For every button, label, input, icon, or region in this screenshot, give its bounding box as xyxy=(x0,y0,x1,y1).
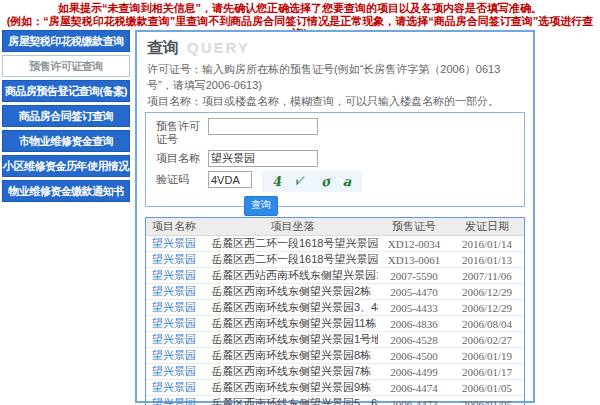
project-link[interactable]: 望兴景园 xyxy=(152,317,196,329)
sidebar-item-2[interactable]: 商品房预告登记查询(备案) xyxy=(2,80,130,102)
help-text: 许可证号：输入购房所在栋的预售证号(例如“长房售许字第（2006）0613号”，… xyxy=(147,61,525,109)
cell-presale-cert-no: XD13-0061 xyxy=(378,252,450,268)
captcha-char: √ xyxy=(293,174,302,188)
cell-project-location: 岳麓区西二环一段1618号望兴景园二期12栋 xyxy=(207,236,378,252)
project-link[interactable]: 望兴景园 xyxy=(152,349,196,361)
cell-project-location: 岳麓区西南环线东侧望兴景园2栋 xyxy=(207,284,378,300)
table-row: 望兴景园岳麓区西南环线东侧望兴景园7栋2006-44992006/01/17 xyxy=(146,364,524,380)
table-row: 望兴景园岳麓区西南环线东侧望兴景园8栋2006-45002006/01/19 xyxy=(146,348,524,364)
cell-project-location: 岳麓区西南环线东侧望兴景园1号地下车库 xyxy=(207,332,378,348)
table-row: 望兴景园岳麓区西南环线东侧望兴景园3、4栋2005-44332006/12/29 xyxy=(146,300,524,316)
page-title-en: QUERY xyxy=(187,39,250,56)
table-row: 望兴景园岳麓区西南环线东侧望兴景园1号地下车库2006-45282006/02/… xyxy=(146,332,524,348)
cell-issue-date: 2006/01/05 xyxy=(450,380,524,396)
cell-issue-date: 2006/01/19 xyxy=(450,348,524,364)
permit-number-label: 预售许可证号 xyxy=(156,118,208,146)
cell-presale-cert-no: 2007-5590 xyxy=(378,268,450,284)
table-row: 望兴景园岳麓区西二环一段1618号望兴景园二期12栋XD12-00342016/… xyxy=(146,236,524,252)
captcha-char: σ xyxy=(319,173,332,190)
project-link[interactable]: 望兴景园 xyxy=(152,237,196,249)
page-title: 查询 xyxy=(147,39,179,56)
cell-presale-cert-no: 2006-4836 xyxy=(378,316,450,332)
project-name-input[interactable] xyxy=(208,150,318,167)
cell-issue-date: 2006/12/29 xyxy=(450,300,524,316)
cell-project-name: 望兴景园 xyxy=(146,252,207,268)
cell-project-location: 岳麓区西南环线东侧望兴景园5、6栋 xyxy=(207,396,378,405)
cell-issue-date: 2016/01/13 xyxy=(450,252,524,268)
table-row: 望兴景园岳麓区西南环线东侧望兴景园5、6栋2006-44732006/01/05 xyxy=(146,396,524,405)
table-row: 望兴景园岳麓区西南环线东侧望兴景园11栋2006-48362006/08/04 xyxy=(146,316,524,332)
cell-project-location: 岳麓区西二环一段1618号望兴景园二期13栋 xyxy=(207,252,378,268)
cell-project-location: 岳麓区西南环线东侧望兴景园11栋 xyxy=(207,316,378,332)
panel-title: 查询QUERY xyxy=(147,38,525,59)
cell-presale-cert-no: 2006-4500 xyxy=(378,348,450,364)
cell-project-location: 岳麓区西南环线东侧望兴景园3、4栋 xyxy=(207,300,378,316)
cell-project-name: 望兴景园 xyxy=(146,284,207,300)
cell-issue-date: 2006/02/27 xyxy=(450,332,524,348)
sidebar-item-5[interactable]: 小区维修资金历年使用情况 xyxy=(2,155,130,177)
cell-project-name: 望兴景园 xyxy=(146,396,207,405)
cell-presale-cert-no: 2005-4433 xyxy=(378,300,450,316)
cell-project-name: 望兴景园 xyxy=(146,236,207,252)
cell-project-name: 望兴景园 xyxy=(146,348,207,364)
project-link[interactable]: 望兴景园 xyxy=(152,301,196,313)
sidebar-item-4[interactable]: 市物业维修资金查询 xyxy=(2,130,130,152)
table-row: 望兴景园岳麓区西南环线东侧望兴景园2栋2005-44702006/12/29 xyxy=(146,284,524,300)
project-link[interactable]: 望兴景园 xyxy=(152,365,196,377)
permit-number-input[interactable] xyxy=(208,118,318,135)
cell-project-location: 岳麓区西南环线东侧望兴景园7栋 xyxy=(207,364,378,380)
captcha-char: 4 xyxy=(272,174,283,190)
cell-project-name: 望兴景园 xyxy=(146,364,207,380)
query-panel: 查询QUERY 许可证号：输入购房所在栋的预售证号(例如“长房售许字第（2006… xyxy=(135,30,535,403)
header-project-name: 项目名称 xyxy=(146,218,207,236)
cell-presale-cert-no: XD12-0034 xyxy=(378,236,450,252)
query-form: 预售许可证号 项目名称 验证码 4√σa 查询 xyxy=(145,112,525,207)
captcha-char: a xyxy=(342,174,352,190)
sidebar-item-3[interactable]: 商品房合同签订查询 xyxy=(2,105,130,127)
cell-issue-date: 2007/11/06 xyxy=(450,268,524,284)
cell-issue-date: 2006/01/05 xyxy=(450,396,524,405)
project-link[interactable]: 望兴景园 xyxy=(152,285,196,297)
cell-project-name: 望兴景园 xyxy=(146,380,207,396)
sidebar-item-1-active[interactable]: 预售许可证查询 xyxy=(2,55,130,77)
sidebar-item-6[interactable]: 物业维修资金缴款通知书 xyxy=(2,180,130,202)
cell-presale-cert-no: 2006-4474 xyxy=(378,380,450,396)
cell-issue-date: 2006/08/04 xyxy=(450,316,524,332)
project-link[interactable]: 望兴景园 xyxy=(152,397,196,405)
header-presale-cert-no: 预售证号 xyxy=(378,218,450,236)
project-link[interactable]: 望兴景园 xyxy=(152,333,196,345)
header-project-location: 项目坐落 xyxy=(207,218,378,236)
help-line-project: 项目名称：项目或楼盘名称，模糊查询，可以只输入楼盘名称的一部分。 xyxy=(147,93,525,109)
cell-project-name: 望兴景园 xyxy=(146,268,207,284)
cell-project-location: 岳麓区西南环线东侧望兴景园8栋 xyxy=(207,348,378,364)
cell-issue-date: 2006/01/17 xyxy=(450,364,524,380)
query-submit-button[interactable]: 查询 xyxy=(244,196,278,216)
results-table-container: 项目名称 项目坐落 预售证号 发证日期 望兴景园岳麓区西二环一段1618号望兴景… xyxy=(145,217,525,405)
captcha-input[interactable] xyxy=(208,171,252,188)
help-line-permit: 许可证号：输入购房所在栋的预售证号(例如“长房售许字第（2006）0613号”，… xyxy=(147,61,525,93)
cell-project-name: 望兴景园 xyxy=(146,316,207,332)
cell-project-name: 望兴景园 xyxy=(146,300,207,316)
captcha-image: 4√σa xyxy=(262,171,362,192)
table-row: 望兴景园岳麓区西二环一段1618号望兴景园二期13栋XD13-00612016/… xyxy=(146,252,524,268)
table-row: 望兴景园岳麓区西南环线东侧望兴景园9栋2006-44742006/01/05 xyxy=(146,380,524,396)
sidebar-item-0[interactable]: 房屋契税印花税缴款查询 xyxy=(2,30,130,52)
project-link[interactable]: 望兴景园 xyxy=(152,381,196,393)
cell-presale-cert-no: 2006-4528 xyxy=(378,332,450,348)
cell-presale-cert-no: 2006-4499 xyxy=(378,364,450,380)
cell-project-name: 望兴景园 xyxy=(146,332,207,348)
cell-project-location: 岳麓区西南环线东侧望兴景园9栋 xyxy=(207,380,378,396)
project-link[interactable]: 望兴景园 xyxy=(152,253,196,265)
sidebar-nav: 房屋契税印花税缴款查询预售许可证查询商品房预告登记查询(备案)商品房合同签订查询… xyxy=(2,30,130,205)
captcha-label: 验证码 xyxy=(156,171,208,186)
project-name-label: 项目名称 xyxy=(156,150,208,165)
project-link[interactable]: 望兴景园 xyxy=(152,269,196,281)
notice-line-1: 如果提示“未查询到相关信息”，请先确认您正确选择了您要查询的项目以及各项内容是否… xyxy=(0,2,600,15)
cell-issue-date: 2006/12/29 xyxy=(450,284,524,300)
header-issue-date: 发证日期 xyxy=(450,218,524,236)
table-row: 望兴景园岳麓区西站西南环线东侧望兴景园1栋2007-55902007/11/06 xyxy=(146,268,524,284)
cell-presale-cert-no: 2005-4470 xyxy=(378,284,450,300)
cell-issue-date: 2016/01/14 xyxy=(450,236,524,252)
cell-project-location: 岳麓区西站西南环线东侧望兴景园1栋 xyxy=(207,268,378,284)
cell-presale-cert-no: 2006-4473 xyxy=(378,396,450,405)
